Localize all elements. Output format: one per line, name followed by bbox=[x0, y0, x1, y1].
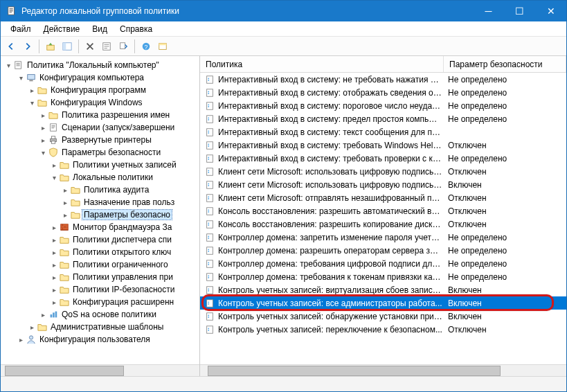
menu-help[interactable]: Справка bbox=[114, 23, 158, 35]
expand-icon[interactable]: ▾ bbox=[16, 74, 26, 82]
expand-icon[interactable]: ▸ bbox=[49, 161, 59, 169]
svg-point-81 bbox=[208, 330, 209, 331]
tree-item[interactable]: ▾Конфигурация Windows bbox=[2, 96, 199, 109]
tree-item[interactable]: ▾Локальные политики bbox=[2, 171, 199, 184]
list-row[interactable]: Интерактивный вход в систему: требовать … bbox=[200, 152, 566, 165]
tree-item[interactable]: ▸Политика разрешения имен bbox=[2, 109, 199, 121]
column-setting[interactable]: Параметр безопасности bbox=[444, 56, 566, 72]
expand-icon[interactable]: ▸ bbox=[60, 211, 70, 219]
tree-item[interactable]: ▸Политики управления при bbox=[2, 271, 199, 283]
list-row[interactable]: Консоль восстановления: разрешить копиро… bbox=[200, 217, 566, 231]
expand-icon[interactable]: ▸ bbox=[49, 236, 59, 244]
list-row[interactable]: Интерактивный вход в систему: требовать … bbox=[200, 139, 566, 152]
tree-root[interactable]: ▾Политика "Локальный компьютер" bbox=[2, 59, 199, 71]
list-row[interactable]: Интерактивный вход в систему: не требова… bbox=[200, 73, 566, 86]
svg-point-51 bbox=[208, 198, 209, 199]
expand-icon[interactable]: ▸ bbox=[27, 87, 37, 94]
tree-item[interactable]: ▸Политики открытого ключ bbox=[2, 246, 199, 258]
filter-button[interactable] bbox=[155, 39, 170, 54]
tree-h-scrollbar[interactable] bbox=[1, 364, 199, 376]
computer-icon bbox=[26, 72, 37, 83]
expand-icon[interactable]: ▸ bbox=[49, 249, 59, 256]
tree-item[interactable]: ▾Параметры безопасности bbox=[2, 146, 199, 159]
list-row[interactable]: Клиент сети Microsoft: отправлять незаши… bbox=[200, 191, 566, 204]
forward-button[interactable] bbox=[20, 39, 35, 54]
tree-item[interactable]: ▸Монитор брандмауэра За bbox=[2, 221, 199, 233]
show-hide-tree-button[interactable] bbox=[60, 39, 75, 54]
list-row[interactable]: Интерактивный вход в систему: отображать… bbox=[200, 86, 566, 99]
expand-icon[interactable]: ▸ bbox=[38, 112, 48, 119]
svg-rect-70 bbox=[207, 286, 213, 294]
list-row[interactable]: Клиент сети Microsoft: использовать цифр… bbox=[200, 178, 566, 191]
menu-view[interactable]: Вид bbox=[87, 23, 113, 35]
folder-icon bbox=[59, 159, 70, 170]
tree-item[interactable]: ▾Конфигурация компьютера bbox=[2, 71, 199, 84]
help-button[interactable]: ? bbox=[138, 39, 154, 54]
tree-item[interactable]: ▸Политики IP-безопасности bbox=[2, 283, 199, 296]
expand-icon[interactable]: ▸ bbox=[49, 274, 59, 281]
expand-icon[interactable]: ▸ bbox=[38, 124, 48, 132]
menu-action[interactable]: Действие bbox=[38, 23, 86, 35]
list-row[interactable]: Консоль восстановления: разрешить автома… bbox=[200, 204, 566, 217]
list-row[interactable]: Контроллер домена: требования цифровой п… bbox=[200, 257, 566, 270]
tree-item[interactable]: ▸Развернутые принтеры bbox=[2, 134, 199, 146]
back-button[interactable] bbox=[3, 39, 19, 54]
expand-icon[interactable]: ▸ bbox=[49, 261, 59, 269]
expand-icon[interactable]: ▸ bbox=[38, 311, 48, 319]
expand-icon[interactable]: ▸ bbox=[49, 286, 59, 294]
statusbar bbox=[1, 376, 566, 391]
tree-item[interactable]: ▸Административные шаблоны bbox=[2, 321, 199, 333]
expand-icon[interactable]: ▸ bbox=[49, 299, 59, 306]
tree-item[interactable]: ▸Политики диспетчера спи bbox=[2, 233, 199, 246]
list-h-scrollbar[interactable] bbox=[200, 364, 566, 376]
list-row[interactable]: Клиент сети Microsoft: использовать цифр… bbox=[200, 165, 566, 178]
list-row[interactable]: Контроллер домена: требования к токенам … bbox=[200, 270, 566, 283]
titlebar[interactable]: Редактор локальной групповой политики ─ … bbox=[1, 1, 566, 21]
policy-icon bbox=[204, 193, 215, 204]
close-button[interactable]: ✕ bbox=[535, 1, 566, 21]
tree-item[interactable]: ▸Конфигурация расширенн bbox=[2, 296, 199, 308]
list-row[interactable]: Контроллер домена: разрешить операторам … bbox=[200, 244, 566, 257]
expand-icon[interactable]: ▸ bbox=[27, 323, 37, 331]
expand-icon[interactable]: ▸ bbox=[49, 224, 59, 231]
expand-icon[interactable]: ▸ bbox=[60, 186, 70, 194]
list-row[interactable]: Интерактивный вход в систему: пороговое … bbox=[200, 99, 566, 112]
list-row[interactable]: Контроль учетных записей: переключение к… bbox=[200, 323, 566, 336]
tree-item[interactable]: ▸Назначение прав польз bbox=[2, 196, 199, 208]
tree-item[interactable]: ▸Политики учетных записей bbox=[2, 159, 199, 171]
column-policy[interactable]: Политика bbox=[200, 56, 444, 72]
tree-item[interactable]: ▸Параметры безопасно bbox=[2, 208, 199, 221]
expand-icon[interactable]: ▸ bbox=[38, 136, 48, 144]
minimize-button[interactable]: ─ bbox=[473, 1, 504, 21]
expand-icon[interactable]: ▾ bbox=[27, 99, 37, 107]
policy-icon bbox=[204, 298, 215, 309]
list-row[interactable]: Контроль учетных записей: все администра… bbox=[200, 296, 566, 310]
expand-icon[interactable]: ▾ bbox=[38, 149, 48, 157]
policy-icon bbox=[204, 219, 215, 230]
expand-icon[interactable]: ▸ bbox=[60, 199, 70, 206]
svg-point-27 bbox=[208, 93, 209, 94]
delete-button[interactable] bbox=[82, 39, 98, 54]
tree-item[interactable]: ▸Конфигурация пользователя bbox=[2, 333, 199, 346]
policy-list[interactable]: Интерактивный вход в систему: не требова… bbox=[200, 73, 566, 364]
up-button[interactable] bbox=[43, 39, 58, 54]
tree-item[interactable]: ▸Конфигурация программ bbox=[2, 84, 199, 96]
list-row[interactable]: Контроллер домена: запретить изменение п… bbox=[200, 231, 566, 244]
expand-icon[interactable]: ▸ bbox=[16, 336, 26, 344]
tree-label: Политика "Локальный компьютер" bbox=[26, 60, 161, 70]
tree-item[interactable]: ▸QoS на основе политики bbox=[2, 308, 199, 321]
list-row[interactable]: Контроль учетных записей: обнаружение ус… bbox=[200, 310, 566, 323]
list-row[interactable]: Контроль учетных записей: виртуализация … bbox=[200, 283, 566, 296]
tree-item[interactable]: ▸Сценарии (запуск/завершени bbox=[2, 121, 199, 134]
tree-item[interactable]: ▸Политика аудита bbox=[2, 184, 199, 196]
tree-item[interactable]: ▸Политики ограниченного bbox=[2, 258, 199, 271]
properties-button[interactable] bbox=[99, 39, 114, 54]
export-button[interactable] bbox=[116, 39, 131, 54]
policy-tree[interactable]: ▾Политика "Локальный компьютер"▾Конфигур… bbox=[1, 56, 199, 364]
menu-file[interactable]: Файл bbox=[5, 23, 37, 35]
maximize-button[interactable]: ☐ bbox=[504, 1, 535, 21]
list-row[interactable]: Интерактивный вход в систему: предел про… bbox=[200, 112, 566, 125]
expand-icon[interactable]: ▾ bbox=[49, 174, 59, 181]
list-row[interactable]: Интерактивный вход в систему: текст сооб… bbox=[200, 125, 566, 139]
folder-icon bbox=[37, 97, 48, 108]
